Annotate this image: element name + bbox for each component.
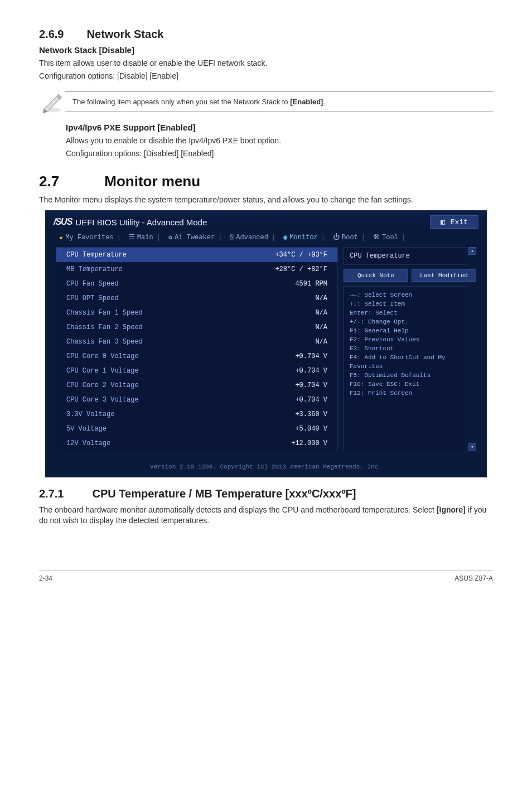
list-icon: ☰ — [129, 233, 135, 241]
bios-main-panel: CPU Temperature+34°C / +93°FMB Temperatu… — [56, 247, 338, 451]
bios-side-panel: CPU Temperature ▴ Quick Note Last Modifi… — [344, 247, 476, 451]
monitor-row[interactable]: CPU Core 0 Voltage+0.704 V — [56, 349, 337, 364]
monitor-row-value: +0.704 V — [295, 367, 327, 375]
monitor-row-value: N/A — [315, 309, 327, 317]
monitor-row[interactable]: 3.3V Voltage+3.360 V — [56, 407, 337, 422]
monitor-row-value: +12.000 V — [291, 439, 327, 447]
monitor-row[interactable]: CPU Core 2 Voltage+0.704 V — [56, 378, 337, 393]
tweaker-icon: ✿ — [168, 233, 172, 241]
bios-logo-title: /SUS UEFI BIOS Utility - Advanced Mode — [54, 217, 207, 227]
monitor-row[interactable]: CPU Core 1 Voltage+0.704 V — [56, 364, 337, 378]
note-box: The following item appears only when you… — [39, 89, 493, 115]
heading-number: 2.6.9 — [39, 28, 84, 41]
quick-note-button[interactable]: Quick Note — [344, 269, 408, 282]
monitor-row[interactable]: CPU Core 3 Voltage+0.704 V — [56, 393, 337, 407]
monitor-row-label: Chassis Fan 2 Speed — [66, 323, 143, 331]
tab-tool[interactable]: 🛠 Tool| — [371, 233, 409, 241]
monitor-row-label: CPU Core 2 Voltage — [66, 381, 139, 389]
heading-title: CPU Temperature / MB Temperature [xxxºC/… — [93, 487, 356, 500]
subheading-network-stack-disable: Network Stack [Disable] — [39, 45, 493, 55]
tab-my-favorites[interactable]: ★ My Favorites| — [57, 233, 124, 241]
hint-line: F4: Add to ShortCut and My Favorites — [350, 354, 460, 371]
hint-line: F10: Save ESC: Exit — [350, 380, 460, 389]
monitor-row-label: 3.3V Voltage — [66, 410, 114, 418]
heading-2-7-1: 2.7.1 CPU Temperature / MB Temperature [… — [39, 487, 493, 500]
monitor-row-label: CPU Core 1 Voltage — [66, 367, 139, 375]
hint-line: F1: General Help — [350, 327, 460, 336]
exit-icon: ◧ — [441, 218, 445, 226]
note-text: The following item appears only when you… — [65, 91, 493, 112]
tab-advanced[interactable]: ⎘ Advanced| — [228, 233, 279, 241]
bios-screenshot: /SUS UEFI BIOS Utility - Advanced Mode ◧… — [45, 210, 487, 477]
monitor-row-label: Chassis Fan 3 Speed — [66, 338, 143, 346]
heading-number: 2.7 — [39, 173, 100, 190]
monitor-row-label: CPU Temperature — [66, 251, 127, 259]
subheading-pxe-support: Ipv4/Ipv6 PXE Support [Enabled] — [66, 123, 493, 132]
monitor-row[interactable]: Chassis Fan 3 SpeedN/A — [56, 335, 337, 349]
tool-icon: 🛠 — [373, 233, 380, 241]
star-icon: ★ — [59, 233, 63, 241]
bios-tab-bar: ★ My Favorites| ☰ Main| ✿ Ai Tweaker| ⎘ … — [46, 231, 486, 247]
last-modified-button[interactable]: Last Modified — [412, 269, 476, 282]
product-name: ASUS Z87-A — [454, 574, 493, 582]
tab-main[interactable]: ☰ Main| — [127, 233, 164, 241]
monitor-row-value: 4591 RPM — [295, 280, 327, 288]
heading-number: 2.7.1 — [39, 487, 89, 500]
monitor-row-value: +0.704 V — [295, 381, 327, 389]
pen-note-icon — [39, 89, 65, 115]
tab-ai-tweaker[interactable]: ✿ Ai Tweaker| — [166, 233, 225, 241]
body-text: Allows you to enable or disable the Ipv4… — [66, 136, 493, 146]
monitor-row-value: +28°C / +82°F — [275, 265, 327, 273]
monitor-row[interactable]: 12V Voltage+12.000 V — [56, 436, 337, 451]
hint-line: F2: Previous Values — [350, 336, 460, 345]
heading-2-7: 2.7 Monitor menu — [39, 173, 493, 190]
monitor-row-value: +34°C / +93°F — [275, 251, 327, 259]
monitor-row[interactable]: CPU OPT SpeedN/A — [56, 291, 337, 306]
bios-version-footer: Version 2.10.1208. Copyright (C) 2013 Am… — [46, 459, 486, 477]
monitor-row-value: N/A — [315, 338, 327, 346]
monitor-row-label: Chassis Fan 1 Speed — [66, 309, 143, 317]
exit-button[interactable]: ◧ Exit — [430, 215, 478, 229]
monitor-row[interactable]: CPU Fan Speed4591 RPM — [56, 277, 337, 291]
power-icon: ⏻ — [333, 233, 340, 241]
monitor-row[interactable]: 5V Voltage+5.040 V — [56, 422, 337, 436]
hint-line: Enter: Select — [350, 309, 460, 318]
body-text: The onboard hardware monitor automatical… — [39, 505, 493, 526]
hint-line: +/-: Change Opt. — [350, 318, 460, 327]
hint-line: →←: Select Screen — [350, 291, 460, 300]
scroll-down-icon[interactable]: ▾ — [468, 443, 476, 451]
monitor-row-label: 12V Voltage — [66, 439, 110, 447]
monitor-row-value: +5.040 V — [295, 425, 327, 433]
monitor-row-value: N/A — [315, 323, 327, 331]
scroll-up-icon[interactable]: ▴ — [468, 247, 476, 255]
hint-line: F5: Optimized Defaults — [350, 371, 460, 380]
context-help-panel: CPU Temperature — [344, 247, 466, 265]
monitor-row-label: CPU Core 0 Voltage — [66, 352, 139, 360]
monitor-row-label: MB Temperature — [66, 265, 123, 273]
body-text: The Monitor menu displays the system tem… — [39, 195, 493, 205]
heading-2-6-9: 2.6.9 Network Stack — [39, 28, 493, 41]
body-text: Configuration options: [Disabled] [Enabl… — [66, 148, 493, 159]
monitor-row-value: +0.704 V — [295, 352, 327, 360]
monitor-row[interactable]: Chassis Fan 2 SpeedN/A — [56, 320, 337, 335]
monitor-row[interactable]: CPU Temperature+34°C / +93°F — [56, 248, 337, 262]
tab-boot[interactable]: ⏻ Boot| — [331, 233, 369, 241]
heading-title: Monitor menu — [104, 173, 200, 190]
page-footer: 2-34 ASUS Z87-A — [39, 571, 493, 582]
monitor-row-value: +3.360 V — [295, 410, 327, 418]
page-number: 2-34 — [39, 574, 52, 582]
body-text: Configuration options: [Disable] [Enable… — [39, 71, 493, 81]
tab-monitor[interactable]: ◉ Monitor| — [281, 233, 328, 241]
monitor-row-value: +0.704 V — [295, 396, 327, 404]
monitor-row[interactable]: Chassis Fan 1 SpeedN/A — [56, 306, 337, 320]
monitor-row[interactable]: MB Temperature+28°C / +82°F — [56, 262, 337, 277]
page-content: 2.6.9 Network Stack Network Stack [Disab… — [0, 0, 532, 599]
monitor-row-label: 5V Voltage — [66, 425, 107, 433]
monitor-row-value: N/A — [315, 294, 327, 302]
body-text: This item allows user to disable or enab… — [39, 58, 493, 69]
monitor-row-label: CPU Fan Speed — [66, 280, 119, 288]
monitor-row-label: CPU Core 3 Voltage — [66, 396, 139, 404]
hint-line: ↑↓: Select Item — [350, 300, 460, 309]
advanced-icon: ⎘ — [230, 234, 234, 241]
keyboard-hints-panel: →←: Select Screen↑↓: Select ItemEnter: S… — [344, 286, 466, 451]
